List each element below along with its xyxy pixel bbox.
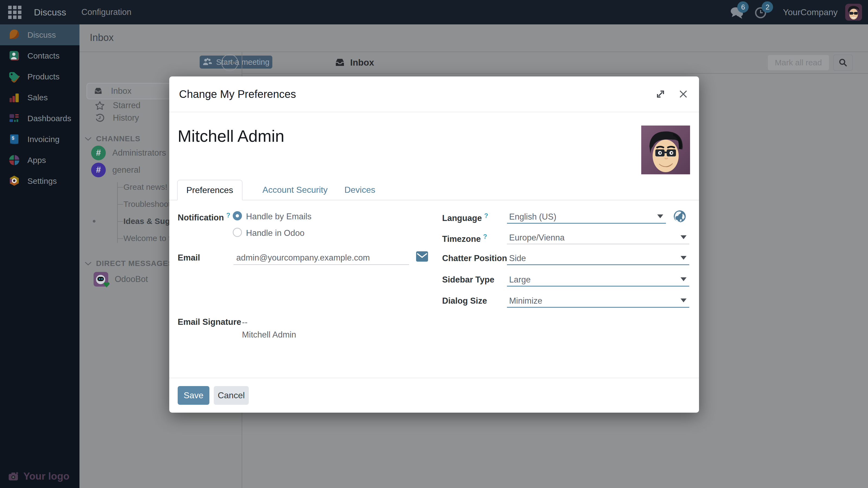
email-underline <box>234 264 409 265</box>
mailbox-label: History <box>113 113 139 123</box>
timezone-underline <box>507 244 689 244</box>
sidebar-item-label: Discuss <box>27 30 56 40</box>
sidebar-item-sales[interactable]: Sales <box>0 87 80 108</box>
sidebar-item-apps[interactable]: Apps <box>0 150 80 170</box>
search-icon <box>839 58 847 67</box>
tab-account-security[interactable]: Account Security <box>262 180 328 200</box>
panel-title: Inbox <box>350 58 374 68</box>
sidebar-item-dashboards[interactable]: Dashboards <box>0 108 80 129</box>
send-email-icon[interactable] <box>416 251 428 263</box>
tab-devices[interactable]: Devices <box>344 180 375 200</box>
dialog-size-caret-icon[interactable] <box>681 298 686 302</box>
camera-icon <box>8 472 20 481</box>
save-button[interactable]: Save <box>178 386 209 405</box>
products-app-icon <box>8 70 20 83</box>
chatter-position-label: Chatter Position <box>442 254 507 263</box>
panel-title-group: Inbox <box>335 58 374 68</box>
notification-label: Notification ? <box>178 212 230 223</box>
app-sidebar: Discuss Contacts Products <box>0 24 80 488</box>
language-caret-icon[interactable] <box>657 215 663 218</box>
sidebar-type-select[interactable]: Large <box>509 275 531 285</box>
more-options-button[interactable] <box>221 54 238 71</box>
history-icon <box>95 113 105 123</box>
preferences-dialog: Change My Preferences Mitchell Admin <box>169 76 699 413</box>
timezone-caret-icon[interactable] <box>681 235 686 239</box>
star-icon <box>95 101 105 110</box>
expand-button[interactable] <box>654 88 666 100</box>
radio-label-emails[interactable]: Handle by Emails <box>246 212 311 222</box>
sidebar-item-products[interactable]: Products <box>0 66 80 87</box>
email-input[interactable]: admin@yourcompany.example.com <box>236 253 370 263</box>
channel-label: Administrators <box>112 148 166 158</box>
sidebar-type-caret-icon[interactable] <box>681 278 686 281</box>
screen: Discuss Configuration 6 2 YourCompany <box>0 0 868 488</box>
signature-label: Email Signature <box>178 317 241 327</box>
channel-hash-icon: # <box>91 163 106 177</box>
globe-icon[interactable] <box>673 210 686 224</box>
chevron-down-icon <box>85 261 92 266</box>
close-button[interactable] <box>677 88 689 100</box>
settings-app-icon <box>8 175 20 187</box>
dm-label: OdooBot <box>115 274 148 284</box>
user-avatar[interactable] <box>845 4 862 21</box>
help-icon[interactable]: ? <box>484 212 488 219</box>
odoobot-avatar <box>94 272 108 287</box>
sidebar-item-label: Apps <box>27 156 46 165</box>
inbox-icon <box>335 58 345 67</box>
sidebar-item-discuss[interactable]: Discuss <box>0 24 80 45</box>
top-navbar: Discuss Configuration 6 2 YourCompany <box>0 0 868 24</box>
dialog-footer: Save Cancel <box>169 378 699 413</box>
logo-text: Your logo <box>23 470 69 482</box>
activities-icon[interactable]: 2 <box>753 5 769 20</box>
user-name-heading: Mitchell Admin <box>178 127 284 145</box>
company-name[interactable]: YourCompany <box>783 7 838 18</box>
sidebar-item-label: Sales <box>27 93 48 102</box>
language-select[interactable]: English (US) <box>509 212 556 222</box>
language-label: Language ? <box>442 212 488 223</box>
sales-app-icon <box>8 91 20 104</box>
messages-icon[interactable]: 6 <box>729 5 744 20</box>
users-icon <box>203 58 212 66</box>
dialog-size-underline <box>507 307 689 308</box>
notebook-tabs: Preferences Account Security Devices <box>169 180 699 200</box>
channel-label: general <box>112 165 140 175</box>
discuss-app-icon <box>8 29 20 41</box>
dashboards-app-icon <box>8 112 20 124</box>
messages-badge: 6 <box>737 1 749 13</box>
apps-menu-icon[interactable] <box>8 6 22 19</box>
sidebar-item-settings[interactable]: Settings <box>0 170 80 191</box>
chevron-down-icon <box>85 137 92 141</box>
breadcrumb[interactable]: Inbox <box>90 32 114 43</box>
activities-badge: 2 <box>762 1 773 13</box>
radio-label-odoo[interactable]: Handle in Odoo <box>246 228 304 238</box>
sidebar-item-label: Products <box>27 72 59 82</box>
search-button[interactable] <box>833 55 853 71</box>
tab-preferences[interactable]: Preferences <box>177 180 243 200</box>
cancel-button[interactable]: Cancel <box>214 386 249 405</box>
inbox-icon <box>94 87 103 95</box>
breadcrumb-bar: Inbox <box>80 24 868 52</box>
radio-handle-in-odoo[interactable] <box>233 228 242 237</box>
chatter-caret-icon[interactable] <box>681 256 686 260</box>
sidebar-item-label: Settings <box>27 176 57 186</box>
company-logo: Your logo <box>8 470 69 482</box>
profile-avatar[interactable] <box>641 126 690 174</box>
timezone-select[interactable]: Europe/Vienna <box>509 233 565 242</box>
dialog-header: Change My Preferences <box>169 76 699 112</box>
navbar-app-name[interactable]: Discuss <box>34 7 66 18</box>
invoicing-app-icon: $ <box>8 133 20 145</box>
contacts-app-icon <box>8 50 20 62</box>
sidebar-item-invoicing[interactable]: $ Invoicing <box>0 129 80 150</box>
sidebar-type-underline <box>507 286 689 287</box>
radio-handle-by-emails[interactable] <box>233 211 242 220</box>
chatter-position-select[interactable]: Side <box>509 254 526 263</box>
dialog-size-select[interactable]: Minimize <box>509 296 542 306</box>
signature-editor[interactable]: -- Mitchell Admin <box>242 316 296 341</box>
mark-all-read-button[interactable]: Mark all read <box>767 55 830 71</box>
mailbox-label: Inbox <box>111 86 131 96</box>
sidebar-item-contacts[interactable]: Contacts <box>0 45 80 66</box>
help-icon[interactable]: ? <box>483 233 487 240</box>
help-icon[interactable]: ? <box>226 212 230 219</box>
navbar-menu-configuration[interactable]: Configuration <box>82 7 131 17</box>
sidebar-item-label: Invoicing <box>27 135 59 144</box>
